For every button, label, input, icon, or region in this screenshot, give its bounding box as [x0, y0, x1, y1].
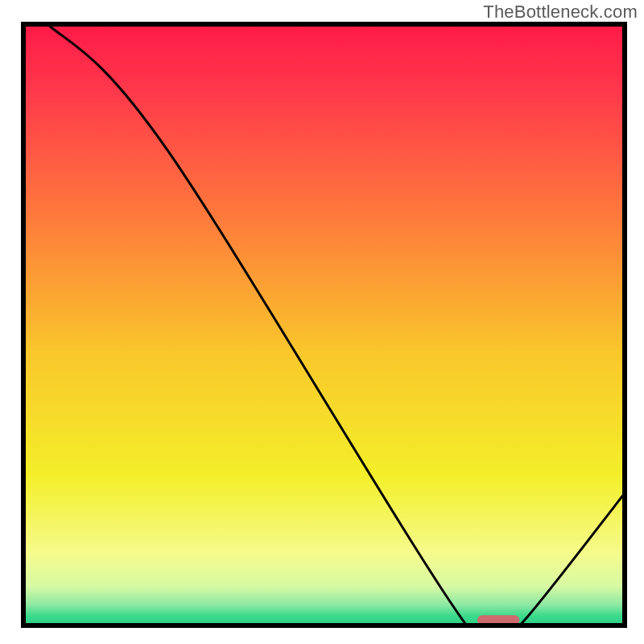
plot-background: [23, 24, 625, 625]
bottleneck-chart: [0, 0, 644, 644]
chart-container: TheBottleneck.com: [0, 0, 644, 644]
watermark-text: TheBottleneck.com: [483, 2, 638, 23]
